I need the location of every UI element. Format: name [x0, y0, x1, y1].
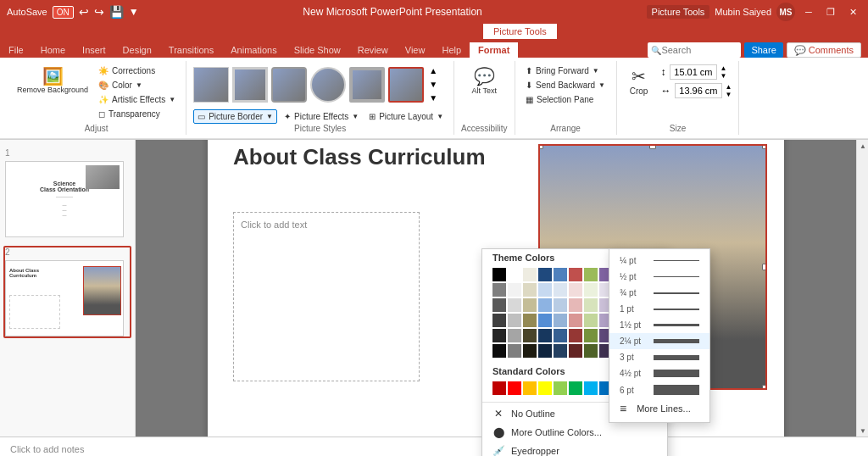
- color-swatch[interactable]: [554, 298, 567, 312]
- weight-option[interactable]: 2¼ pt: [609, 333, 709, 349]
- transparency-button[interactable]: ◻ Transparency: [95, 108, 179, 120]
- styles-scroll-up[interactable]: ▲: [427, 64, 439, 77]
- color-swatch[interactable]: [569, 329, 582, 342]
- color-swatch[interactable]: [569, 283, 582, 297]
- height-spinner[interactable]: ▲▼: [721, 64, 727, 80]
- weight-option[interactable]: ¾ pt: [609, 285, 709, 301]
- minimize-button[interactable]: ─: [800, 3, 817, 20]
- color-swatch[interactable]: [569, 381, 582, 395]
- color-swatch[interactable]: [569, 268, 582, 281]
- scroll-down-btn[interactable]: ▼: [857, 425, 868, 437]
- color-swatch[interactable]: [538, 283, 552, 297]
- share-button[interactable]: Share: [744, 42, 782, 58]
- autosave-badge[interactable]: ON: [53, 6, 74, 19]
- color-swatch[interactable]: [492, 268, 506, 281]
- tab-review[interactable]: Review: [349, 42, 397, 58]
- undo-icon[interactable]: ↩: [79, 5, 89, 19]
- text-placeholder[interactable]: Click to add text: [233, 212, 420, 381]
- color-swatch[interactable]: [508, 329, 521, 342]
- color-swatch[interactable]: [508, 314, 521, 327]
- color-swatch[interactable]: [492, 298, 506, 312]
- search-input[interactable]: [661, 45, 737, 55]
- tab-insert[interactable]: Insert: [74, 42, 114, 58]
- selection-pane-button[interactable]: ▦ Selection Pane: [522, 93, 597, 106]
- weight-option[interactable]: ½ pt: [609, 269, 709, 285]
- color-swatch[interactable]: [492, 381, 506, 395]
- color-swatch[interactable]: [508, 268, 521, 281]
- color-swatch[interactable]: [584, 381, 598, 395]
- color-swatch[interactable]: [538, 329, 552, 342]
- width-input[interactable]: [675, 83, 722, 98]
- picture-layout-button[interactable]: ⊞ Picture Layout ▼: [365, 109, 447, 124]
- tab-home[interactable]: Home: [32, 42, 74, 58]
- color-swatch[interactable]: [508, 381, 521, 395]
- comments-button[interactable]: 💬 Comments: [787, 42, 861, 58]
- picture-style-4[interactable]: [310, 67, 346, 103]
- weight-option[interactable]: 1½ pt: [609, 317, 709, 333]
- color-swatch[interactable]: [538, 268, 552, 281]
- weight-option[interactable]: 1 pt: [609, 301, 709, 317]
- color-swatch[interactable]: [523, 344, 537, 358]
- redo-icon[interactable]: ↪: [94, 5, 104, 19]
- color-swatch[interactable]: [523, 329, 537, 342]
- color-swatch[interactable]: [569, 298, 582, 312]
- picture-border-button[interactable]: ▭ Picture Border ▼: [193, 109, 277, 124]
- color-swatch[interactable]: [523, 283, 537, 297]
- color-swatch[interactable]: [508, 283, 521, 297]
- styles-scroll-down[interactable]: ▼: [427, 78, 439, 91]
- styles-more[interactable]: ▼: [427, 92, 439, 104]
- slide-thumb-2[interactable]: 2 About ClassCurriculum: [3, 246, 131, 338]
- color-swatch[interactable]: [492, 314, 506, 327]
- color-swatch[interactable]: [554, 344, 567, 358]
- slide-thumb-1[interactable]: 1 ScienceClass Orientation ———— ———: [3, 147, 131, 239]
- close-button[interactable]: ✕: [844, 3, 861, 20]
- tab-file[interactable]: File: [0, 42, 32, 58]
- handle-tr[interactable]: [762, 144, 767, 149]
- handle-mr[interactable]: [762, 264, 767, 270]
- restore-button[interactable]: ❐: [822, 3, 839, 20]
- color-swatch[interactable]: [584, 344, 598, 358]
- bring-forward-button[interactable]: ⬆ Bring Forward ▼: [522, 64, 603, 77]
- weight-option[interactable]: 4½ pt: [609, 365, 709, 381]
- tab-slideshow[interactable]: Slide Show: [286, 42, 349, 58]
- picture-style-3[interactable]: [271, 67, 307, 103]
- notes-area[interactable]: Click to add notes: [0, 437, 868, 456]
- color-swatch[interactable]: [508, 344, 521, 358]
- user-avatar[interactable]: MS: [776, 3, 795, 21]
- alt-text-button[interactable]: 💬 Alt Text: [469, 64, 500, 97]
- picture-effects-button[interactable]: ✦ Picture Effects ▼: [281, 109, 362, 124]
- tab-transitions[interactable]: Transitions: [160, 42, 222, 58]
- crop-button[interactable]: ✂ Crop: [624, 64, 654, 97]
- customize-icon[interactable]: ▼: [129, 6, 139, 18]
- color-swatch[interactable]: [538, 344, 552, 358]
- handle-br[interactable]: [762, 385, 767, 390]
- color-swatch[interactable]: [523, 381, 537, 395]
- tab-view[interactable]: View: [397, 42, 434, 58]
- color-swatch[interactable]: [538, 381, 552, 395]
- color-swatch[interactable]: [569, 344, 582, 358]
- color-swatch[interactable]: [523, 314, 537, 327]
- color-swatch[interactable]: [584, 314, 598, 327]
- weight-option[interactable]: ≡More Lines...: [609, 398, 709, 419]
- color-swatch[interactable]: [492, 329, 506, 342]
- send-backward-button[interactable]: ⬇ Send Backward ▼: [522, 79, 609, 92]
- scroll-up-btn[interactable]: ▲: [857, 140, 868, 152]
- picture-style-5[interactable]: [349, 67, 385, 103]
- color-swatch[interactable]: [554, 314, 567, 327]
- color-swatch[interactable]: [584, 268, 598, 281]
- color-swatch[interactable]: [523, 268, 537, 281]
- picture-style-2[interactable]: [232, 67, 268, 103]
- picture-style-1[interactable]: [193, 67, 229, 103]
- tab-design[interactable]: Design: [114, 42, 160, 58]
- color-swatch[interactable]: [508, 298, 521, 312]
- color-swatch[interactable]: [584, 329, 598, 342]
- tab-help[interactable]: Help: [433, 42, 470, 58]
- weight-option[interactable]: ¼ pt: [609, 253, 709, 269]
- width-spinner[interactable]: ▲▼: [726, 83, 732, 98]
- handle-tl[interactable]: [538, 144, 543, 149]
- color-swatch[interactable]: [569, 314, 582, 327]
- color-button[interactable]: 🎨 Color ▼: [95, 79, 179, 92]
- color-swatch[interactable]: [584, 283, 598, 297]
- corrections-button[interactable]: ☀️ Corrections: [95, 64, 179, 77]
- handle-tm[interactable]: [649, 144, 656, 149]
